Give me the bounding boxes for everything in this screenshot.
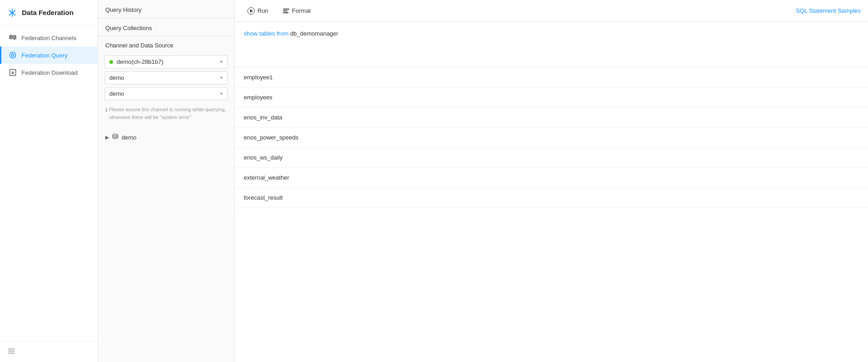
chevron-down-icon-3: ▾ [220,91,223,97]
sidebar-item-federation-channels[interactable]: Federation Channels [0,29,98,47]
channels-icon [9,34,17,42]
schema-dropdown-value: demo [109,90,124,97]
db-dropdown[interactable]: demo ▾ [104,71,228,84]
result-row: enos_ws_daily [235,148,868,168]
info-icon: ℹ [105,106,107,114]
sql-samples-link[interactable]: SQL Statement Samples [796,7,861,14]
editor-keyword: show tables from [244,30,288,37]
channel-status-dot [109,60,113,64]
asterisk-icon [7,8,17,18]
main-content: Run Format SQL Statement Samples show ta… [235,0,868,362]
format-label: Format [292,7,311,14]
tree-arrow-icon: ▶ [105,134,109,140]
chevron-down-icon-2: ▾ [220,75,223,81]
run-icon [247,7,255,15]
tree-item-demo[interactable]: ▶ demo [98,130,234,145]
app-header: Data Federation [0,0,98,26]
sidebar-item-label-download: Federation Download [21,69,78,76]
svg-rect-0 [10,36,16,37]
result-row: enos_power_speeds [235,128,868,148]
editor-area[interactable]: show tables from db_demomanager [235,22,868,67]
query-history-title[interactable]: Query History [98,0,234,18]
db-dropdown-value: demo [109,74,124,81]
channel-dropdown[interactable]: demo(ch-28b1b7) ▾ [104,55,228,68]
warning-text-content: Please assure the channel is running whi… [109,106,227,121]
result-row: employees [235,88,868,108]
sidebar-item-federation-query[interactable]: Federation Query [0,47,98,64]
channel-source-title: Channel and Data Source [98,36,234,52]
tree-item-label: demo [122,134,137,141]
run-label: Run [257,7,268,14]
schema-dropdown[interactable]: demo ▾ [104,87,228,100]
menu-icon[interactable] [7,350,15,357]
toolbar: Run Format SQL Statement Samples [235,0,868,22]
format-button[interactable]: Format [277,5,316,16]
tree-section: ▶ demo [98,125,234,150]
result-row: forecast_result [235,188,868,208]
query-history-section: Query History [98,0,234,18]
channel-datasource-section: Channel and Data Source demo(ch-28b1b7) … [98,36,234,150]
editor-db-name: db_demomanager [290,30,339,37]
channel-dropdown-value: demo(ch-28b1b7) [117,58,164,65]
sidebar: Data Federation Federation Channels [0,0,98,362]
sidebar-footer [0,341,98,362]
app-title: Data Federation [22,9,73,16]
svg-point-4 [10,52,16,58]
chevron-down-icon: ▾ [220,59,223,65]
query-collections-title[interactable]: Query Collections [98,18,234,36]
format-icon [283,9,289,13]
sidebar-item-label-query: Federation Query [21,52,67,59]
result-row: employee1 [235,67,868,88]
sidebar-nav: Federation Channels Federation Query [0,26,98,341]
svg-point-13 [113,134,118,136]
tree-db-icon [112,133,119,142]
result-row: enos_inv_data [235,108,868,128]
run-button[interactable]: Run [242,5,274,17]
middle-panel: Query History Query Collections Channel … [98,0,235,362]
sidebar-item-federation-download[interactable]: Federation Download [0,64,98,81]
svg-point-5 [12,54,14,57]
warning-message: ℹ Please assure the channel is running w… [98,103,234,125]
result-row: external_weather [235,168,868,188]
svg-rect-1 [10,38,16,39]
sidebar-item-label-channels: Federation Channels [21,35,77,41]
download-icon [9,68,17,77]
query-icon [9,51,17,59]
results-area: employee1employeesenos_inv_dataenos_powe… [235,67,868,362]
query-collections-section: Query Collections [98,18,234,36]
